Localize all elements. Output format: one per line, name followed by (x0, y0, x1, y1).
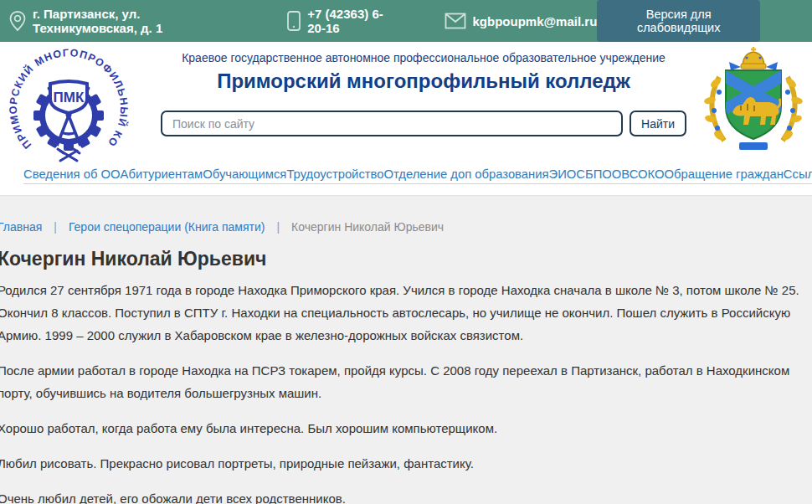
address-block: г. Партизанск, ул. Техникумовская, д. 1 (8, 7, 234, 35)
page-title: Кочергин Николай Юрьевич (0, 248, 809, 270)
address-text: г. Партизанск, ул. Техникумовская, д. 1 (33, 7, 234, 35)
phone-text[interactable]: +7 (42363) 6-20-16 (307, 7, 396, 35)
primorsky-krai-coat-of-arms (699, 45, 808, 160)
nav-item-bpoo[interactable]: БПОО (585, 167, 621, 184)
site-header: ПРИМОРСКИЙ МНОГОПРОФИЛЬНЫЙ КОЛЛЕДЖ (0, 42, 812, 195)
college-logo: ПРИМОРСКИЙ МНОГОПРОФИЛЬНЫЙ КОЛЛЕДЖ (5, 44, 132, 171)
nav-item-vsoko[interactable]: ВСОКО (621, 167, 664, 184)
breadcrumb-separator: | (276, 220, 280, 234)
search-input[interactable] (161, 111, 623, 136)
nav-item-abiturientam[interactable]: Абитуриентам (121, 167, 203, 184)
site-search: Найти (161, 111, 686, 136)
breadcrumb-home-link[interactable]: Главная (0, 220, 42, 234)
nav-item-ssylki[interactable]: Ссылки (784, 167, 812, 184)
nav-item-eios[interactable]: ЭИОС (549, 167, 585, 184)
accessibility-version-button[interactable]: Версия для слабовидящих (597, 0, 760, 42)
main-content-area: Главная | Герои спецоперации (Книга памя… (0, 195, 812, 504)
article-paragraph: Хорошо работал, когда работа ему была ин… (0, 417, 809, 440)
breadcrumb-separator: | (54, 220, 57, 234)
phone-icon (286, 10, 301, 32)
envelope-icon (445, 13, 466, 29)
breadcrumb-current: Кочергин Николай Юрьевич (291, 220, 444, 234)
article-paragraph: Очень любил детей, его обожали дети всех… (0, 487, 809, 504)
breadcrumb-heroes-link[interactable]: Герои спецоперации (Книга памяти) (69, 220, 265, 234)
main-nav: Сведения об ОО Абитуриентам Обучающимся … (23, 167, 802, 184)
nav-item-obuchayushchimsya[interactable]: Обучающимся (203, 167, 286, 184)
org-type-text: Краевое государственное автономное профе… (161, 51, 686, 64)
nav-item-trudoustroystvo[interactable]: Трудоустройство (286, 167, 383, 184)
memorial-article: Родился 27 сентября 1971 года в городе Н… (0, 279, 809, 504)
logo-abbr-text: ПМК (54, 90, 85, 105)
email-block: kgbpoupmk@mail.ru (445, 13, 597, 29)
article-paragraph: Родился 27 сентября 1971 года в городе Н… (0, 279, 809, 347)
email-text[interactable]: kgbpoupmk@mail.ru (472, 14, 597, 28)
top-contact-bar: г. Партизанск, ул. Техникумовская, д. 1 … (0, 0, 812, 42)
nav-item-svedeniya[interactable]: Сведения об ОО (23, 167, 121, 184)
search-button[interactable]: Найти (630, 111, 686, 136)
article-paragraph: После армии работал в городе Находка на … (0, 359, 809, 404)
article-paragraph: Любил рисовать. Прекрасно рисовал портре… (0, 452, 809, 475)
phone-block: +7 (42363) 6-20-16 (286, 7, 396, 35)
header-center: Краевое государственное автономное профе… (161, 42, 686, 136)
location-pin-icon (8, 10, 27, 32)
nav-item-obrashchenie[interactable]: Обращение граждан (665, 167, 784, 184)
org-name-title: Приморский многопрофильный колледж (161, 69, 686, 93)
nav-item-dop-obrazovanie[interactable]: Отделение доп образования (383, 167, 548, 184)
breadcrumb: Главная | Герои спецоперации (Книга памя… (0, 220, 809, 234)
